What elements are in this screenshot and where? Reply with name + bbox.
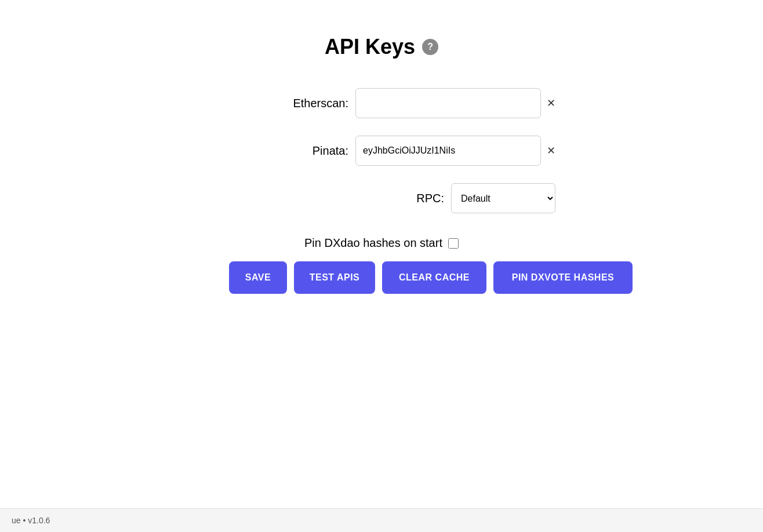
title-row: API Keys ? [325,35,438,59]
etherscan-row: Etherscan: ✕ [208,88,555,118]
pinata-input[interactable] [355,136,541,166]
form-container: Etherscan: ✕ Pinata: ✕ RPC: Default Cust… [208,88,555,250]
rpc-row: RPC: Default Custom [208,183,555,213]
pin-dxvote-hashes-button[interactable]: PIN DXVOTE HASHES [493,261,633,294]
pinata-clear-icon[interactable]: ✕ [547,144,555,157]
etherscan-input[interactable] [355,88,541,118]
pin-label: Pin DXdao hashes on start [304,236,442,250]
rpc-label: RPC: [375,192,444,205]
save-button[interactable]: SAVE [229,261,287,294]
rpc-select[interactable]: Default Custom [451,183,555,213]
page-title: API Keys [325,35,415,59]
buttons-row: SAVE TEST APIS CLEAR CACHE PIN DXVOTE HA… [130,261,633,294]
help-icon[interactable]: ? [422,39,438,55]
clear-cache-button[interactable]: CLEAR CACHE [382,261,486,294]
pinata-row: Pinata: ✕ [208,136,555,166]
etherscan-clear-icon[interactable]: ✕ [547,97,555,110]
version-text: ue • v1.0.6 [12,516,50,525]
pinata-label: Pinata: [279,144,348,158]
page-container: API Keys ? Etherscan: ✕ Pinata: ✕ RPC: [0,0,763,532]
pin-checkbox[interactable] [448,238,459,249]
etherscan-input-wrapper: ✕ [355,88,555,118]
pin-checkbox-row: Pin DXdao hashes on start [208,236,555,250]
test-apis-button[interactable]: TEST APIS [294,261,375,294]
etherscan-label: Etherscan: [279,97,348,110]
version-bar: ue • v1.0.6 [0,508,763,532]
pinata-input-wrapper: ✕ [355,136,555,166]
rpc-select-wrapper: Default Custom [451,183,555,213]
